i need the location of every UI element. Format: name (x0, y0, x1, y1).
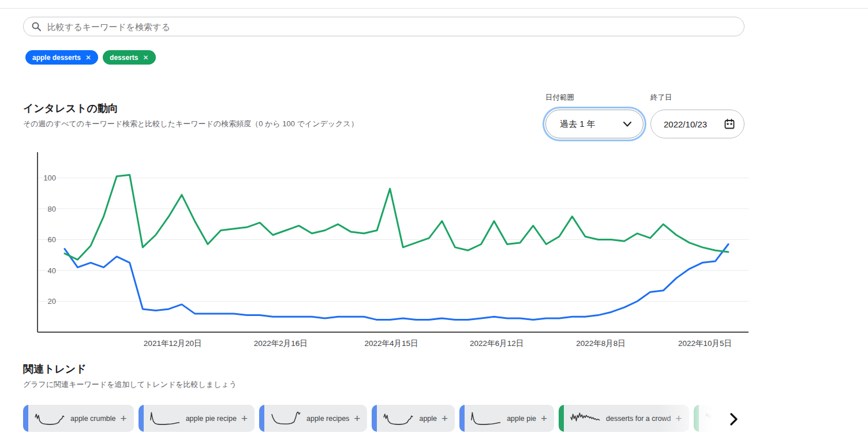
date-range-value: 過去 1 年 (560, 119, 623, 130)
search-bar[interactable] (23, 17, 744, 36)
related-section-subtitle: グラフに関連キーワードを追加してトレンドを比較しましょう (23, 379, 237, 390)
keyword-chip[interactable]: apple desserts✕ (25, 50, 98, 65)
card-accent-bar (259, 405, 264, 432)
header-divider (0, 8, 868, 9)
card-accent-bar (139, 405, 144, 432)
add-keyword-icon[interactable]: + (121, 412, 127, 425)
interest-chart: 204060801002021年12月20日2022年2月16日2022年4月1… (32, 149, 750, 352)
keyword-chip-label: apple desserts (32, 54, 81, 62)
x-axis-label: 2022年4月15日 (364, 339, 418, 348)
interest-section-title: インタレストの動向 (23, 101, 118, 115)
card-accent-bar (372, 405, 377, 432)
y-axis-label: 100 (43, 174, 56, 182)
series-line-apple-desserts (65, 244, 728, 320)
end-date-label: 終了日 (650, 93, 672, 103)
x-axis-label: 2022年10月5日 (678, 339, 732, 348)
end-date-value: 2022/10/23 (664, 119, 724, 129)
y-axis-label: 80 (48, 205, 56, 213)
sparkline-icon (470, 410, 502, 427)
x-axis-label: 2022年8月8日 (576, 339, 626, 348)
related-card[interactable]: desserts ea+ (694, 405, 724, 432)
related-card-label: apple recipes (306, 415, 349, 423)
y-axis-label: 60 (48, 235, 56, 244)
date-range-label: 日付範囲 (545, 93, 574, 103)
card-accent-bar (23, 405, 28, 432)
y-axis-label: 20 (48, 297, 56, 306)
related-card[interactable]: apple crumble+ (23, 405, 134, 432)
date-range-select[interactable]: 過去 1 年 (545, 110, 643, 138)
card-accent-bar (559, 405, 564, 432)
related-card-label: desserts for a crowd (606, 415, 671, 423)
x-axis-label: 2022年6月12日 (470, 339, 523, 348)
add-keyword-icon[interactable]: + (442, 412, 448, 425)
end-date-input[interactable]: 2022/10/23 (650, 110, 744, 138)
sparkline-icon (149, 410, 181, 427)
related-card[interactable]: desserts for a crowd+ (559, 405, 689, 432)
x-axis-label: 2021年12月20日 (144, 339, 202, 348)
y-axis-label: 40 (48, 266, 56, 275)
add-keyword-icon[interactable]: + (541, 412, 547, 425)
related-card[interactable]: apple pie recipe+ (139, 405, 255, 432)
related-section-title: 関連トレンド (23, 362, 87, 376)
card-accent-bar (459, 405, 465, 432)
related-card[interactable]: apple recipes+ (259, 405, 367, 432)
sparkline-icon (270, 410, 301, 427)
scroll-next-button[interactable] (726, 411, 741, 428)
related-cards-row: apple crumble+apple pie recipe+apple rec… (23, 405, 724, 433)
search-icon (32, 22, 41, 31)
chip-remove-icon[interactable]: ✕ (85, 54, 91, 62)
related-card-label: apple pie (507, 415, 536, 423)
related-card-label: apple crumble (70, 415, 116, 423)
trends-chart: 204060801002021年12月20日2022年2月16日2022年4月1… (32, 149, 750, 352)
add-keyword-icon[interactable]: + (676, 412, 682, 425)
card-accent-bar (694, 405, 699, 432)
sparkline-icon (383, 410, 414, 427)
related-card-label: apple pie recipe (186, 415, 237, 423)
series-line-desserts (65, 175, 728, 259)
chevron-right-icon (730, 413, 738, 426)
sparkline-icon (705, 410, 724, 427)
x-axis-label: 2022年2月16日 (254, 339, 308, 348)
chevron-down-icon (623, 122, 631, 127)
search-input[interactable] (46, 21, 736, 32)
calendar-icon (724, 119, 735, 129)
chip-remove-icon[interactable]: ✕ (143, 54, 148, 62)
keyword-chips-row: apple desserts✕desserts✕ (25, 50, 156, 65)
keyword-chip-label: desserts (110, 54, 138, 62)
keyword-chip[interactable]: desserts✕ (103, 50, 155, 65)
interest-section-subtitle: その週のすべてのキーワード検索と比較したキーワードの検索頻度（0 から 100 … (23, 119, 358, 129)
related-card-label: apple (419, 415, 437, 423)
related-card[interactable]: apple+ (372, 405, 455, 432)
add-keyword-icon[interactable]: + (354, 412, 360, 425)
add-keyword-icon[interactable]: + (241, 412, 248, 425)
sparkline-icon (34, 410, 65, 427)
sparkline-icon (570, 410, 601, 427)
related-card[interactable]: apple pie+ (459, 405, 554, 432)
